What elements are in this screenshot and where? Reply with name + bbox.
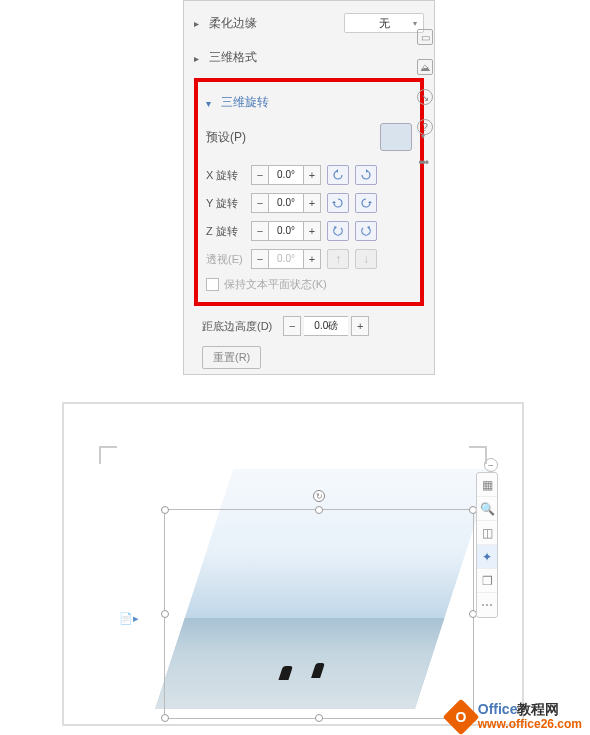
z-rotation-label: Z 旋转 bbox=[206, 224, 248, 239]
z-rotation-row: Z 旋转 − 0.0° + bbox=[206, 221, 412, 241]
y-plus-button[interactable]: + bbox=[303, 193, 321, 213]
resize-handle-tl[interactable] bbox=[161, 506, 169, 514]
y-rotation-label: Y 旋转 bbox=[206, 196, 248, 211]
search-icon[interactable]: 🔍 bbox=[477, 497, 497, 521]
y-value[interactable]: 0.0° bbox=[269, 193, 303, 213]
perspective-label: 透视(E) bbox=[206, 252, 248, 267]
perspective-minus-button: − bbox=[251, 249, 269, 269]
crop-icon[interactable]: ◫ bbox=[477, 521, 497, 545]
z-rotate-ccw-button[interactable] bbox=[327, 221, 349, 241]
watermark: Office教程网 www.office26.com bbox=[448, 702, 582, 731]
watermark-brand1: Office bbox=[478, 701, 518, 717]
z-rotate-cw-button[interactable] bbox=[355, 221, 377, 241]
bottom-section: 距底边高度(D) − 0.0磅 + 重置(R) bbox=[194, 306, 424, 379]
collapse-button[interactable]: − bbox=[484, 458, 498, 472]
y-rotate-down-button[interactable] bbox=[355, 193, 377, 213]
z-minus-button[interactable]: − bbox=[251, 221, 269, 241]
help-icon[interactable]: ? bbox=[417, 119, 433, 135]
clipboard-icon[interactable]: ▭ bbox=[417, 29, 433, 45]
3d-rotation-header[interactable]: 三维旋转 bbox=[206, 94, 412, 111]
anchor-icon: 📄▸ bbox=[119, 612, 139, 625]
x-rotation-label: X 旋转 bbox=[206, 168, 248, 183]
keep-text-flat-row[interactable]: 保持文本平面状态(K) bbox=[206, 277, 412, 292]
layer-icon[interactable]: ❐ bbox=[477, 569, 497, 593]
selection-frame[interactable] bbox=[164, 509, 474, 719]
picture-icon[interactable]: ⛰ bbox=[417, 59, 433, 75]
distance-minus-button[interactable]: − bbox=[283, 316, 301, 336]
crop-mark-tl bbox=[99, 446, 117, 464]
reset-button[interactable]: 重置(R) bbox=[202, 346, 261, 369]
highlight-box: 三维旋转 预设(P) ▾ X 旋转 − 0.0° + bbox=[194, 78, 424, 306]
y-rotation-row: Y 旋转 − 0.0° + bbox=[206, 193, 412, 213]
resize-handle-b[interactable] bbox=[315, 714, 323, 722]
arrow-down-icon: ↓ bbox=[363, 252, 369, 266]
y-rotate-up-button[interactable] bbox=[327, 193, 349, 213]
y-minus-button[interactable]: − bbox=[251, 193, 269, 213]
3d-format-label: 三维格式 bbox=[209, 49, 257, 66]
resize-handle-bl[interactable] bbox=[161, 714, 169, 722]
keep-text-flat-label: 保持文本平面状态(K) bbox=[224, 277, 327, 292]
distance-label: 距底边高度(D) bbox=[202, 319, 272, 334]
perspective-down-button: ↓ bbox=[355, 249, 377, 269]
watermark-url: www.office26.com bbox=[478, 718, 582, 731]
panel-side-icons: ▭ ⛰ ↘ ? bbox=[414, 29, 436, 135]
effects-icon[interactable]: ✦ bbox=[477, 545, 497, 569]
preset-row: 预设(P) ▾ bbox=[206, 123, 412, 151]
x-rotation-spinner: − 0.0° + bbox=[251, 165, 321, 185]
perspective-spinner: − 0.0° + bbox=[251, 249, 321, 269]
soft-edges-label: 柔化边缘 bbox=[209, 15, 257, 32]
x-value[interactable]: 0.0° bbox=[269, 165, 303, 185]
3d-rotation-label: 三维旋转 bbox=[221, 94, 269, 111]
y-rotation-spinner: − 0.0° + bbox=[251, 193, 321, 213]
z-rotation-spinner: − 0.0° + bbox=[251, 221, 321, 241]
watermark-logo bbox=[442, 698, 479, 735]
x-plus-button[interactable]: + bbox=[303, 165, 321, 185]
watermark-brand2: 教程网 bbox=[517, 701, 559, 717]
image-toolbar: ▦ 🔍 ◫ ✦ ❐ ⋯ bbox=[476, 472, 498, 618]
preset-label: 预设(P) bbox=[206, 129, 246, 146]
format-panel: 柔化边缘 无 三维格式 三维旋转 预设(P) ▾ bbox=[183, 0, 435, 375]
menu-dots-icon[interactable]: ••• bbox=[418, 156, 428, 170]
more-icon[interactable]: ⋯ bbox=[477, 593, 497, 617]
distance-value[interactable]: 0.0磅 bbox=[304, 316, 348, 336]
perspective-value: 0.0° bbox=[269, 249, 303, 269]
preset-dropdown[interactable]: ▾ bbox=[380, 123, 412, 151]
soft-edges-dropdown[interactable]: 无 bbox=[344, 13, 424, 33]
keep-text-flat-checkbox[interactable] bbox=[206, 278, 219, 291]
rotate-handle[interactable] bbox=[313, 490, 325, 502]
arrow-icon[interactable]: ↘ bbox=[417, 89, 433, 105]
arrow-up-icon: ↑ bbox=[335, 252, 341, 266]
x-rotate-left-button[interactable] bbox=[327, 165, 349, 185]
fill-icon[interactable]: ▦ bbox=[477, 473, 497, 497]
x-minus-button[interactable]: − bbox=[251, 165, 269, 185]
document-canvas: 📄▸ − ▦ 🔍 ◫ ✦ ❐ ⋯ bbox=[62, 402, 524, 726]
perspective-row: 透视(E) − 0.0° + ↑ ↓ bbox=[206, 249, 412, 269]
z-value[interactable]: 0.0° bbox=[269, 221, 303, 241]
soft-edges-section[interactable]: 柔化边缘 无 bbox=[194, 9, 424, 37]
x-rotation-row: X 旋转 − 0.0° + bbox=[206, 165, 412, 185]
resize-handle-t[interactable] bbox=[315, 506, 323, 514]
z-plus-button[interactable]: + bbox=[303, 221, 321, 241]
distance-plus-button[interactable]: + bbox=[351, 316, 369, 336]
x-rotate-right-button[interactable] bbox=[355, 165, 377, 185]
3d-format-section[interactable]: 三维格式 bbox=[194, 45, 424, 70]
resize-handle-l[interactable] bbox=[161, 610, 169, 618]
perspective-up-button: ↑ bbox=[327, 249, 349, 269]
distance-row: 距底边高度(D) − 0.0磅 + bbox=[202, 316, 416, 336]
perspective-plus-button: + bbox=[303, 249, 321, 269]
